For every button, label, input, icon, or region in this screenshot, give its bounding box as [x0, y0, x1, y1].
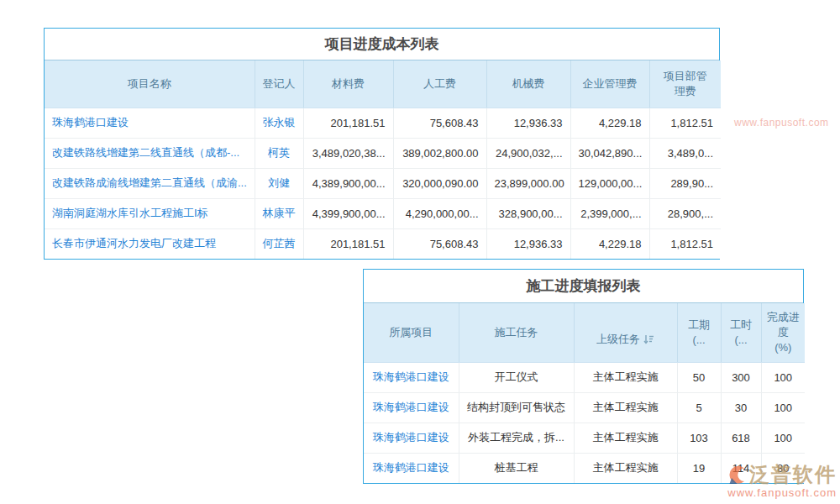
watermark-brand-block: 泛普软件 www.fanpusoft.com [726, 464, 837, 499]
task-name: 开工仪式 [459, 362, 574, 392]
col-header-completion-progress: 完成进 度 (%) [761, 303, 805, 362]
parent-project-link[interactable]: 珠海鹤港口建设 [364, 453, 459, 483]
cost-list-panel: 项目进度成本列表 项目名称 登记人 材料费 人工费 机械费 企业管理费 项目部管… [44, 28, 720, 260]
machinery-cost-value: 12,936.33 [486, 108, 570, 138]
table-row: 珠海鹤港口建设 开工仪式 主体工程实施 50 300 100 [364, 362, 805, 392]
progress-value: 100 [761, 423, 805, 453]
registrant-link[interactable]: 柯英 [255, 138, 303, 168]
duration-value: 103 [677, 423, 721, 453]
task-name: 桩基工程 [459, 453, 574, 483]
cost-list-title: 项目进度成本列表 [45, 29, 719, 60]
cost-header-row: 项目名称 登记人 材料费 人工费 机械费 企业管理费 项目部管 理费 [45, 60, 721, 108]
col-header-project-name: 项目名称 [45, 60, 255, 108]
enterprise-fee-value: 4,229.18 [570, 228, 649, 259]
project-name-link[interactable]: 湖南洞庭湖水库引水工程施工I标 [45, 198, 255, 228]
table-row: 珠海鹤港口建设 结构封顶到可售状态 主体工程实施 5 30 100 [364, 392, 805, 423]
parent-task-label: 上级任务 [596, 333, 640, 345]
parent-task-name: 主体工程实施 [574, 453, 677, 483]
dept-fee-value: 1,812.51 [649, 228, 721, 259]
parent-project-link[interactable]: 珠海鹤港口建设 [364, 362, 459, 392]
table-row: 长春市伊通河水力发电厂改建工程 何芷茜 201,181.51 75,608.43… [45, 228, 721, 259]
labor-cost-value: 75,608.43 [393, 108, 486, 138]
material-cost-value: 4,389,900,00... [303, 168, 393, 198]
table-row: 改建铁路线增建第二线直通线（成都-... 柯英 3,489,020,38... … [45, 138, 721, 168]
work-hours-value: 618 [721, 423, 761, 453]
parent-task-name: 主体工程实施 [574, 423, 677, 453]
duration-value: 50 [677, 362, 721, 392]
registrant-link[interactable]: 刘健 [255, 168, 303, 198]
enterprise-fee-value: 2,399,000,... [570, 198, 649, 228]
project-name-link[interactable]: 改建铁路成渝线增建第二直通线（成渝... [45, 168, 255, 198]
project-name-link[interactable]: 珠海鹤港口建设 [45, 108, 255, 138]
labor-cost-value: 389,002,800.00 [393, 138, 486, 168]
material-cost-value: 3,489,020,38... [303, 138, 393, 168]
fanpu-logo-icon [726, 464, 748, 486]
dept-fee-value: 3,489,0... [649, 138, 721, 168]
col-header-registrant: 登记人 [255, 60, 303, 108]
machinery-cost-value: 23,899,000.00 [486, 168, 570, 198]
parent-task-name: 主体工程实施 [574, 362, 677, 392]
project-name-link[interactable]: 长春市伊通河水力发电厂改建工程 [45, 228, 255, 259]
material-cost-value: 4,399,900,00... [303, 198, 393, 228]
table-row: 珠海鹤港口建设 外装工程完成，拆... 主体工程实施 103 618 100 [364, 423, 805, 453]
duration-value: 19 [677, 453, 721, 483]
watermark-brand-name: 泛普软件 [749, 461, 837, 488]
progress-value: 100 [761, 392, 805, 423]
parent-task-name: 主体工程实施 [574, 392, 677, 423]
col-header-machinery-cost: 机械费 [486, 60, 570, 108]
table-row: 改建铁路成渝线增建第二直通线（成渝... 刘健 4,389,900,00... … [45, 168, 721, 198]
task-name: 外装工程完成，拆... [459, 423, 574, 453]
table-row: 珠海鹤港口建设 张永银 201,181.51 75,608.43 12,936.… [45, 108, 721, 138]
machinery-cost-value: 24,900,032,... [486, 138, 570, 168]
col-header-construction-task: 施工任务 [459, 303, 574, 362]
col-header-material-cost: 材料费 [303, 60, 393, 108]
registrant-link[interactable]: 张永银 [255, 108, 303, 138]
enterprise-fee-value: 30,042,890... [570, 138, 649, 168]
progress-header-row: 所属项目 施工任务 上级任务 工期 (... 工时 (... 完成进 度 (%) [364, 303, 805, 362]
machinery-cost-value: 12,936.33 [486, 228, 570, 259]
watermark-url-bottom: www.fanpusoft.com [726, 486, 837, 499]
progress-report-title: 施工进度填报列表 [364, 270, 803, 303]
col-header-enterprise-mgmt-fee: 企业管理费 [570, 60, 649, 108]
dept-fee-value: 1,812.51 [649, 108, 721, 138]
enterprise-fee-value: 129,000,00... [570, 168, 649, 198]
enterprise-fee-value: 4,229.18 [570, 108, 649, 138]
cost-list-table: 项目名称 登记人 材料费 人工费 机械费 企业管理费 项目部管 理费 珠海鹤港口… [45, 60, 721, 259]
table-row: 湖南洞庭湖水库引水工程施工I标 林康平 4,399,900,00... 4,29… [45, 198, 721, 228]
progress-report-table: 所属项目 施工任务 上级任务 工期 (... 工时 (... 完成进 度 (%)… [364, 303, 805, 483]
labor-cost-value: 75,608.43 [393, 228, 486, 259]
parent-project-link[interactable]: 珠海鹤港口建设 [364, 392, 459, 423]
task-name: 结构封顶到可售状态 [459, 392, 574, 423]
duration-value: 5 [677, 392, 721, 423]
machinery-cost-value: 328,900,00... [486, 198, 570, 228]
work-hours-value: 30 [721, 392, 761, 423]
project-name-link[interactable]: 改建铁路线增建第二线直通线（成都-... [45, 138, 255, 168]
watermark-url-top: www.fanpusoft.com [734, 117, 829, 129]
col-header-work-hours: 工时 (... [721, 303, 761, 362]
material-cost-value: 201,181.51 [303, 228, 393, 259]
sort-descending-icon[interactable] [643, 333, 654, 349]
material-cost-value: 201,181.51 [303, 108, 393, 138]
progress-value: 100 [761, 362, 805, 392]
parent-project-link[interactable]: 珠海鹤港口建设 [364, 423, 459, 453]
col-header-labor-cost: 人工费 [393, 60, 486, 108]
col-header-parent-project: 所属项目 [364, 303, 459, 362]
dept-fee-value: 289,90... [649, 168, 721, 198]
registrant-link[interactable]: 何芷茜 [255, 228, 303, 259]
work-hours-value: 300 [721, 362, 761, 392]
col-header-parent-task[interactable]: 上级任务 [574, 303, 677, 362]
labor-cost-value: 320,000,090.00 [393, 168, 486, 198]
progress-report-panel: 施工进度填报列表 所属项目 施工任务 上级任务 工期 (... 工时 (... … [363, 269, 804, 484]
dept-fee-value: 28,900,... [649, 198, 721, 228]
registrant-link[interactable]: 林康平 [255, 198, 303, 228]
col-header-dept-mgmt-fee: 项目部管 理费 [649, 60, 721, 108]
labor-cost-value: 4,290,000,00... [393, 198, 486, 228]
col-header-duration: 工期 (... [677, 303, 721, 362]
